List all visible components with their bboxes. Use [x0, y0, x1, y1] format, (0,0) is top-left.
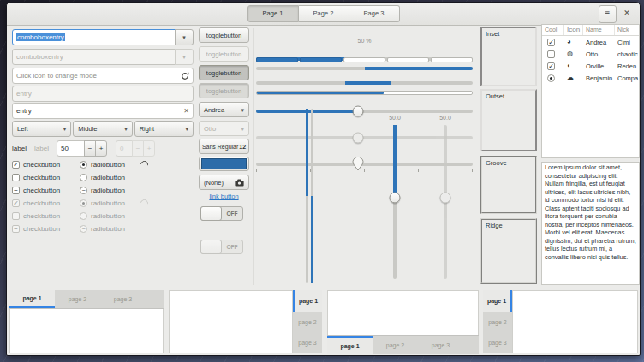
checkbox-indeterminate[interactable]: −: [12, 187, 20, 194]
column-header-nick[interactable]: Nick: [615, 25, 639, 35]
font-button[interactable]: Sans Regular 12: [199, 139, 249, 154]
vscale-disabled-value-label: 50.0: [432, 115, 458, 121]
frame-label: Outset: [486, 92, 504, 100]
comboboxentry-dropdown-button-disabled: ▾: [175, 49, 194, 65]
table-row[interactable]: ◍ Otto chaotic: [542, 48, 639, 60]
clear-icon[interactable]: ✕: [183, 107, 189, 115]
togglebutton-active[interactable]: togglebutton: [199, 65, 249, 80]
chevron-down-icon: ▾: [241, 126, 244, 132]
spin-row: label label 50 − + 0 − +: [12, 140, 194, 157]
row-radio-selected[interactable]: [547, 74, 555, 82]
vscale[interactable]: [385, 125, 405, 279]
mode-entry[interactable]: Click icon to change mode: [12, 68, 194, 84]
camera-icon: [235, 179, 244, 187]
tab-page-2[interactable]: Page 2: [299, 5, 349, 22]
notebook-tab-page2[interactable]: page 2: [55, 290, 100, 308]
column-header-icon[interactable]: Icon: [564, 25, 583, 35]
checkbox-unchecked[interactable]: [12, 174, 20, 181]
hscale-knob: [352, 133, 363, 144]
row-checkbox-checked[interactable]: ✓: [547, 39, 555, 46]
cell-nick: Reden…: [615, 62, 639, 70]
row-checkbox-checked[interactable]: ✓: [547, 62, 555, 70]
color-swatch: [201, 158, 247, 169]
togglebutton-normal[interactable]: togglebutton: [199, 27, 249, 43]
radio-unselected[interactable]: [80, 174, 87, 181]
switch-handle: [200, 240, 222, 254]
column-header-cool[interactable]: Cool: [542, 25, 564, 35]
notebook-tab-page3[interactable]: page 3: [100, 290, 146, 308]
switch-handle[interactable]: [200, 206, 222, 221]
textview[interactable]: Lorem ipsum dolor sit amet, consectetur …: [541, 162, 640, 285]
close-button[interactable]: ✕: [620, 6, 634, 20]
plus-icon: +: [147, 145, 152, 152]
notebook-tab-page1[interactable]: page 1: [9, 290, 55, 308]
hscale-knob[interactable]: [352, 106, 363, 117]
stack-switcher: Page 1 Page 2 Page 3: [247, 5, 400, 22]
cell-name: Orville: [583, 62, 615, 70]
frame-ridge: Ridge: [480, 218, 537, 284]
font-family-label: Sans Regular: [202, 144, 238, 150]
spinbutton-value[interactable]: 50: [57, 140, 85, 157]
vertical-separator: [253, 28, 254, 285]
spin-plus-button[interactable]: +: [95, 140, 107, 157]
notebook-tabbar: page 1 page 2 page 3: [9, 290, 164, 309]
comboboxentry-dropdown-button[interactable]: ▾: [175, 29, 194, 45]
table-row[interactable]: ☁ Benjamin Compa…: [542, 72, 639, 84]
notebook-content: [9, 309, 164, 353]
togglebutton-active-disabled: togglebutton: [199, 83, 249, 98]
notebook-tab-page3[interactable]: page 3: [293, 332, 322, 353]
radio-indeterminate[interactable]: −: [80, 187, 87, 194]
switch-state-label: OFF: [222, 207, 242, 220]
notebook-tab-page1[interactable]: page 1: [293, 290, 322, 312]
notebook-tab-page2[interactable]: page 2: [293, 312, 322, 333]
levelbar-segment: [300, 57, 342, 62]
tab-page-3[interactable]: Page 3: [349, 5, 400, 22]
notebook-tab-page1[interactable]: page 1: [327, 336, 373, 354]
spin-value-text: 0: [120, 145, 123, 152]
treeview-header: Cool Icon Name Nick: [542, 25, 639, 36]
row-checkbox-unchecked[interactable]: [547, 50, 555, 58]
checkbox-indeterminate-disabled: −: [12, 225, 20, 233]
togglebutton-label: togglebutton: [206, 50, 242, 58]
treeview[interactable]: Cool Icon Name Nick ✓ ◕ Andrea Cimi ◍ Ot…: [541, 24, 640, 158]
radio-selected[interactable]: [80, 161, 87, 169]
radio-unselected-disabled: [80, 212, 87, 220]
notebook-tabs-bottom: page 1 page 2 page 3: [327, 290, 479, 353]
comboboxentry-input[interactable]: comboboxentry: [12, 29, 176, 45]
combo-right[interactable]: Right ▾: [134, 121, 194, 137]
clearable-entry[interactable]: entry ✕: [12, 103, 194, 119]
notebook-tab-page3[interactable]: page 3: [483, 332, 512, 353]
combo-middle[interactable]: Middle ▾: [73, 121, 132, 137]
file-chooser-value: (None): [204, 179, 224, 187]
progress-percwhile-label: 50 %: [256, 38, 473, 44]
notebook-tab-page1[interactable]: page 1: [483, 290, 512, 312]
levelbar-segment: [387, 57, 429, 62]
cell-icon: ◐: [567, 62, 571, 69]
refresh-icon[interactable]: [181, 72, 189, 80]
combo-left[interactable]: Left ▾: [12, 121, 71, 137]
togglebutton-label: togglebutton: [206, 69, 242, 77]
switch-off[interactable]: OFF: [200, 206, 243, 221]
name-combobox[interactable]: Andrea ▾: [199, 102, 249, 117]
tab-page-1[interactable]: Page 1: [247, 5, 299, 22]
checkbox-checked[interactable]: ✓: [12, 161, 20, 169]
column-header-name[interactable]: Name: [583, 25, 615, 35]
vscale-value-label: 50.0: [382, 115, 408, 121]
label-normal: label: [12, 145, 34, 152]
color-button[interactable]: [199, 157, 249, 171]
file-chooser-button[interactable]: (None): [199, 175, 249, 190]
vscale-knob[interactable]: [390, 192, 401, 203]
notebook-tab-page2[interactable]: page 2: [373, 336, 418, 354]
cell-icon: ◍: [567, 50, 573, 57]
table-row[interactable]: ✓ ◕ Andrea Cimi: [542, 36, 639, 48]
menu-button[interactable]: ≡: [599, 5, 617, 23]
notebook-tab-page3[interactable]: page 3: [418, 336, 463, 354]
radiobutton-label: radiobutton: [91, 212, 125, 220]
link-button[interactable]: link button: [199, 193, 249, 200]
notebook-tab-page2[interactable]: page 2: [483, 312, 512, 333]
chevron-down-icon: ▾: [63, 126, 67, 132]
vscale-disabled: [435, 125, 456, 279]
table-row[interactable]: ✓ ◐ Orville Reden…: [542, 60, 639, 72]
spin-minus-button[interactable]: −: [84, 140, 96, 157]
notebook-tabs-right: page 1 page 2 page 3: [169, 290, 322, 353]
